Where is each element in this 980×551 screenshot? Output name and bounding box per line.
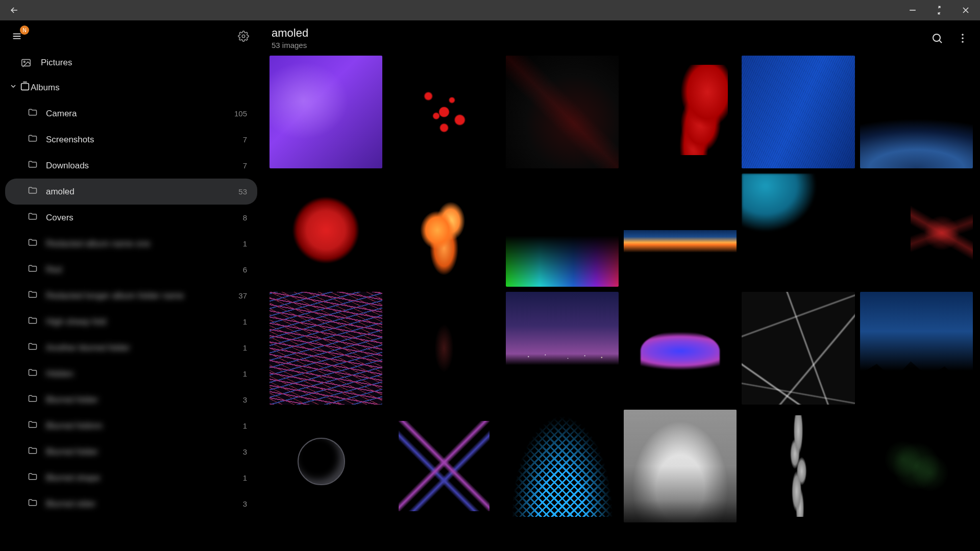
album-count: 1 <box>243 317 247 326</box>
album-subtitle: 53 images <box>272 41 308 49</box>
image-thumbnail[interactable] <box>860 173 973 286</box>
image-thumbnail[interactable] <box>742 292 854 405</box>
image-thumbnail[interactable] <box>387 173 500 286</box>
image-thumbnail[interactable] <box>742 173 854 286</box>
album-name: amoled <box>46 187 75 197</box>
album-name: Redacted album name one <box>46 239 150 249</box>
image-thumbnail[interactable] <box>742 56 854 168</box>
image-thumbnail[interactable] <box>624 173 737 286</box>
main-content: amoled 53 images <box>260 20 980 551</box>
image-thumbnail[interactable] <box>270 56 382 168</box>
svg-point-4 <box>933 34 940 41</box>
album-item[interactable]: Redacted album name one1 <box>5 231 257 257</box>
album-item[interactable]: Another blurred folder1 <box>5 335 257 361</box>
folder-icon <box>28 445 38 458</box>
image-thumbnail[interactable] <box>860 292 973 405</box>
album-name: Covers <box>46 213 74 223</box>
folder-icon <box>28 315 38 328</box>
image-thumbnail[interactable] <box>506 173 619 286</box>
image-thumbnail[interactable] <box>506 56 619 168</box>
svg-point-2 <box>23 61 25 63</box>
folder-icon <box>28 263 38 276</box>
album-item[interactable]: Blurred older3 <box>5 491 257 517</box>
image-thumbnail[interactable] <box>506 410 619 522</box>
album-count: 1 <box>243 369 247 378</box>
image-thumbnail[interactable] <box>387 410 500 522</box>
folder-icon <box>28 185 38 198</box>
image-thumbnail[interactable] <box>387 292 500 405</box>
image-thumbnail[interactable] <box>270 292 382 405</box>
album-item[interactable]: Blurred shape1 <box>5 465 257 491</box>
album-item[interactable]: Redacted longer album folder name37 <box>5 283 257 309</box>
album-count: 53 <box>238 187 247 196</box>
folder-icon <box>28 289 38 302</box>
image-thumbnail[interactable] <box>270 173 382 286</box>
album-count: 3 <box>243 447 247 456</box>
image-thumbnail[interactable] <box>506 292 619 405</box>
image-thumbnail[interactable] <box>860 56 973 168</box>
image-thumbnail[interactable] <box>624 410 737 522</box>
album-count: 7 <box>243 161 247 170</box>
folder-icon <box>28 393 38 406</box>
image-thumbnail[interactable] <box>624 292 737 405</box>
album-item[interactable]: Camera105 <box>5 101 257 127</box>
nav-albums-label: Albums <box>31 83 60 93</box>
svg-point-6 <box>962 37 964 39</box>
pictures-icon <box>20 57 33 68</box>
image-thumbnail[interactable] <box>860 410 973 522</box>
folder-icon <box>28 341 38 354</box>
album-name: Red <box>46 265 62 275</box>
album-item[interactable]: Blurred folder3 <box>5 439 257 465</box>
folder-icon <box>28 419 38 432</box>
album-count: 1 <box>243 473 247 482</box>
album-item[interactable]: High sheep fold1 <box>5 309 257 335</box>
album-count: 1 <box>243 421 247 430</box>
album-name: Screenshots <box>46 135 94 145</box>
album-item[interactable]: Downloads7 <box>5 153 257 179</box>
album-item[interactable]: amoled53 <box>5 179 257 205</box>
album-count: 7 <box>243 135 247 144</box>
album-item[interactable]: Hidden1 <box>5 361 257 387</box>
folder-icon <box>28 237 38 250</box>
nav-pictures[interactable]: Pictures <box>5 51 257 74</box>
restore-button[interactable] <box>931 2 947 18</box>
nav-pictures-label: Pictures <box>41 58 72 68</box>
image-thumbnail[interactable] <box>387 56 500 168</box>
folder-icon <box>28 497 38 510</box>
album-count: 1 <box>243 239 247 248</box>
album-name: Redacted longer album folder name <box>46 291 184 301</box>
more-button[interactable] <box>954 30 971 46</box>
chevron-down-icon <box>9 82 17 93</box>
albums-icon <box>19 81 31 94</box>
album-name: Blurred folder <box>46 395 98 405</box>
album-item[interactable]: Screenshots7 <box>5 127 257 153</box>
album-name: Downloads <box>46 161 89 171</box>
sidebar: N Pictures Albums Camera105Screenshots7D… <box>0 20 260 551</box>
album-item[interactable]: Blurred foldnm1 <box>5 413 257 439</box>
album-count: 6 <box>243 265 247 274</box>
album-item[interactable]: Blurred folder3 <box>5 387 257 413</box>
back-button[interactable] <box>6 2 22 18</box>
image-thumbnail[interactable] <box>270 410 382 522</box>
album-item[interactable]: Covers8 <box>5 205 257 231</box>
album-count: 8 <box>243 213 247 222</box>
svg-point-7 <box>962 41 964 43</box>
close-button[interactable] <box>958 2 974 18</box>
menu-button[interactable]: N <box>9 29 24 44</box>
album-name: Blurred folder <box>46 447 98 457</box>
nav-albums[interactable]: Albums <box>5 74 257 101</box>
svg-point-5 <box>962 34 964 36</box>
album-count: 3 <box>243 499 247 508</box>
folder-icon <box>28 159 38 172</box>
settings-button[interactable] <box>236 29 251 44</box>
minimize-button[interactable] <box>904 2 921 18</box>
titlebar <box>0 0 980 20</box>
image-thumbnail[interactable] <box>742 410 854 522</box>
album-name: Blurred shape <box>46 473 100 483</box>
folder-icon <box>28 367 38 380</box>
album-item[interactable]: Red6 <box>5 257 257 283</box>
image-grid <box>270 56 973 528</box>
image-thumbnail[interactable] <box>624 56 737 168</box>
folder-icon <box>28 211 38 224</box>
search-button[interactable] <box>929 30 945 46</box>
